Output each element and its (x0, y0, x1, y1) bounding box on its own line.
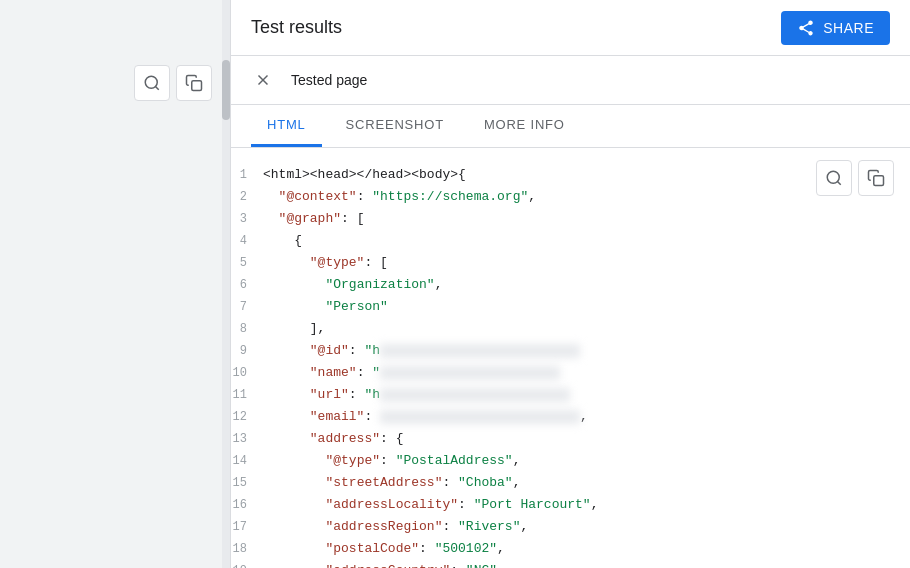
table-row: 2 "@context": "https://schema.org", (231, 186, 910, 208)
sidebar-scrollbar[interactable] (222, 0, 230, 568)
sidebar-tools (134, 65, 212, 101)
table-row: 12 "email": , (231, 406, 910, 428)
table-row: 5 "@type": [ (231, 252, 910, 274)
svg-rect-2 (192, 81, 202, 91)
svg-rect-7 (874, 176, 884, 186)
table-row: 11 "url": "h (231, 384, 910, 406)
tabs-bar: HTML SCREENSHOT MORE INFO (231, 105, 910, 148)
search-icon (825, 169, 843, 187)
tested-page-bar: Tested page (231, 56, 910, 105)
table-row: 1 <html><head></head><body>{ (231, 164, 910, 186)
share-icon (797, 19, 815, 37)
main-panel: Test results SHARE Tested page HTML SCRE… (230, 0, 910, 568)
code-area: 1 <html><head></head><body>{ 2 "@context… (231, 148, 910, 568)
table-row: 13 "address": { (231, 428, 910, 450)
table-row: 10 "name": " (231, 362, 910, 384)
tested-page-label: Tested page (291, 72, 367, 88)
sidebar-copy-button[interactable] (176, 65, 212, 101)
tab-screenshot[interactable]: SCREENSHOT (330, 105, 460, 147)
code-toolbar (816, 160, 894, 196)
share-label: SHARE (823, 20, 874, 36)
svg-point-5 (827, 171, 839, 183)
header: Test results SHARE (231, 0, 910, 56)
table-row: 3 "@graph": [ (231, 208, 910, 230)
table-row: 18 "postalCode": "500102", (231, 538, 910, 560)
table-row: 8 ], (231, 318, 910, 340)
copy-icon (867, 169, 885, 187)
sidebar-search-button[interactable] (134, 65, 170, 101)
page-title: Test results (251, 17, 342, 38)
code-content: 1 <html><head></head><body>{ 2 "@context… (231, 148, 910, 568)
svg-line-1 (155, 86, 158, 89)
svg-point-0 (145, 76, 157, 88)
tab-more-info[interactable]: MORE INFO (468, 105, 581, 147)
table-row: 7 "Person" (231, 296, 910, 318)
table-row: 9 "@id": "h (231, 340, 910, 362)
table-row: 14 "@type": "PostalAddress", (231, 450, 910, 472)
table-row: 17 "addressRegion": "Rivers", (231, 516, 910, 538)
svg-line-6 (837, 181, 840, 184)
close-icon (254, 71, 272, 89)
code-copy-button[interactable] (858, 160, 894, 196)
table-row: 6 "Organization", (231, 274, 910, 296)
sidebar-scroll-thumb (222, 60, 230, 120)
share-button[interactable]: SHARE (781, 11, 890, 45)
table-row: 4 { (231, 230, 910, 252)
tab-html[interactable]: HTML (251, 105, 322, 147)
table-row: 16 "addressLocality": "Port Harcourt", (231, 494, 910, 516)
close-button[interactable] (251, 68, 275, 92)
code-search-button[interactable] (816, 160, 852, 196)
sidebar (0, 0, 230, 568)
table-row: 19 "addressCountry": "NG" (231, 560, 910, 568)
table-row: 15 "streetAddress": "Choba", (231, 472, 910, 494)
